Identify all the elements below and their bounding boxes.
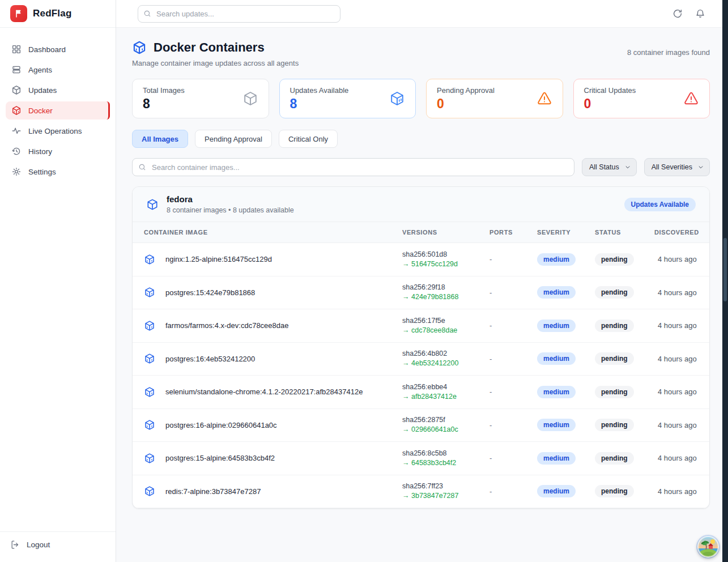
flag-icon bbox=[14, 9, 23, 18]
sidebar-item-dashboard[interactable]: Dashboard bbox=[6, 40, 110, 58]
container-icon bbox=[144, 486, 155, 497]
docker-containers-icon bbox=[132, 40, 147, 55]
status-cell: pending bbox=[595, 286, 654, 299]
arrow-icon: → bbox=[402, 425, 410, 433]
severity-badge: medium bbox=[537, 386, 576, 398]
discovered-cell: 4 hours ago bbox=[654, 421, 709, 429]
stat-value: 8 bbox=[290, 96, 349, 112]
severity-filter-value: All Severities bbox=[652, 163, 692, 171]
table-row[interactable]: farmos/farmos:4.x-dev:cdc78cee8dae sha25… bbox=[133, 309, 709, 343]
severity-badge: medium bbox=[537, 452, 576, 465]
global-search-input[interactable] bbox=[138, 5, 340, 23]
island-widget-button[interactable] bbox=[697, 536, 719, 557]
stat-card-pending-approval: Pending Approval 0 bbox=[426, 79, 563, 118]
image-name: postgres:15-alpine:64583b3cb4f2 bbox=[165, 454, 275, 462]
page-title: Docker Containers bbox=[154, 40, 265, 55]
container-image-cell: postgres:15-alpine:64583b3cb4f2 bbox=[144, 453, 402, 464]
logout-button[interactable]: Logout bbox=[10, 540, 105, 550]
sidebar-item-label: Live Operations bbox=[28, 127, 82, 135]
table-row[interactable]: redis:7-alpine:3b73847e7287 sha256:7ff23… bbox=[133, 475, 709, 509]
history-icon bbox=[11, 146, 22, 156]
ports-cell: - bbox=[489, 288, 537, 297]
column-header-ports: Ports bbox=[489, 229, 537, 236]
sidebar-item-live-operations[interactable]: Live Operations bbox=[6, 122, 110, 140]
gear-icon bbox=[11, 167, 22, 177]
table-row[interactable]: postgres:15-alpine:64583b3cb4f2 sha256:8… bbox=[133, 442, 709, 475]
tab-pending-approval[interactable]: Pending Approval bbox=[195, 130, 272, 148]
table-row[interactable]: selenium/standalone-chrome:4.1.2-2022021… bbox=[133, 376, 709, 409]
stat-label: Critical Updates bbox=[584, 86, 636, 95]
brand-name: RedFlag bbox=[33, 8, 71, 19]
stat-label: Total Images bbox=[143, 86, 185, 95]
table-row[interactable]: postgres:16:4eb532412200 sha256:4b802 → … bbox=[133, 343, 709, 376]
versions-cell: sha256:2875f → 029660641a0c bbox=[402, 415, 489, 435]
group-name: fedora bbox=[167, 194, 294, 204]
search-icon bbox=[138, 163, 146, 171]
agents-icon bbox=[11, 65, 22, 75]
refresh-icon[interactable] bbox=[672, 8, 683, 19]
current-version: sha256:ebbe4 bbox=[402, 382, 489, 392]
ports-cell: - bbox=[489, 454, 537, 462]
sidebar-item-updates[interactable]: Updates bbox=[6, 81, 110, 99]
page-subtitle: Manage container image updates across al… bbox=[132, 59, 299, 67]
sidebar-item-agents[interactable]: Agents bbox=[6, 61, 110, 79]
table-row[interactable]: nginx:1.25-alpine:516475cc129d sha256:50… bbox=[133, 243, 709, 276]
tab-critical-only[interactable]: Critical Only bbox=[279, 130, 338, 148]
chevron-down-icon bbox=[698, 164, 704, 170]
ports-cell: - bbox=[489, 321, 537, 330]
sidebar-footer: Logout bbox=[0, 531, 116, 562]
scrollbar-thumb[interactable] bbox=[723, 238, 727, 301]
severity-badge: medium bbox=[537, 419, 576, 431]
group-header-fedora[interactable]: fedora 8 container images • 8 updates av… bbox=[133, 187, 709, 222]
container-images-card: fedora 8 container images • 8 updates av… bbox=[132, 186, 710, 509]
status-badge: pending bbox=[595, 386, 634, 398]
severity-cell: medium bbox=[537, 253, 595, 266]
sidebar-item-history[interactable]: History bbox=[6, 142, 110, 160]
new-version-value: 3b73847e7287 bbox=[411, 492, 458, 500]
container-icon bbox=[144, 386, 155, 398]
container-image-cell: postgres:16-alpine:029660641a0c bbox=[144, 419, 402, 431]
new-version: → 029660641a0c bbox=[402, 425, 489, 435]
severity-badge: medium bbox=[537, 352, 576, 365]
page-scrollbar[interactable] bbox=[722, 0, 728, 562]
versions-cell: sha256:8c5b8 → 64583b3cb4f2 bbox=[402, 449, 489, 468]
image-search-input[interactable] bbox=[132, 158, 574, 176]
new-version: → 424e79b81868 bbox=[402, 292, 489, 302]
updates-available-badge: Updates Available bbox=[624, 198, 696, 211]
new-version: → 64583b3cb4f2 bbox=[402, 458, 489, 468]
new-version: → 4eb532412200 bbox=[402, 359, 489, 368]
package-icon bbox=[11, 85, 22, 95]
status-badge: pending bbox=[595, 419, 634, 431]
sidebar-item-docker[interactable]: Docker bbox=[6, 101, 110, 120]
severity-badge: medium bbox=[537, 253, 576, 266]
severity-filter-select[interactable]: All Severities bbox=[644, 158, 710, 176]
status-filter-select[interactable]: All Status bbox=[582, 158, 637, 176]
container-image-cell: postgres:16:4eb532412200 bbox=[144, 353, 402, 364]
discovered-cell: 4 hours ago bbox=[654, 288, 709, 297]
new-version-value: cdc78cee8dae bbox=[411, 326, 457, 334]
filter-tabs: All Images Pending Approval Critical Onl… bbox=[132, 130, 710, 148]
tab-all-images[interactable]: All Images bbox=[132, 130, 188, 148]
severity-cell: medium bbox=[537, 352, 595, 365]
severity-cell: medium bbox=[537, 386, 595, 398]
image-search bbox=[132, 158, 574, 176]
discovered-cell: 4 hours ago bbox=[654, 388, 709, 396]
topbar-actions bbox=[672, 8, 705, 19]
severity-cell: medium bbox=[537, 419, 595, 431]
bell-icon[interactable] bbox=[695, 8, 705, 19]
new-version-value: 029660641a0c bbox=[411, 425, 458, 433]
search-icon bbox=[143, 10, 151, 18]
ports-cell: - bbox=[489, 355, 537, 363]
table-body: nginx:1.25-alpine:516475cc129d sha256:50… bbox=[133, 243, 709, 508]
arrow-icon: → bbox=[402, 359, 410, 367]
status-cell: pending bbox=[595, 386, 654, 398]
current-version: sha256:2875f bbox=[402, 415, 489, 425]
table-row[interactable]: postgres:16-alpine:029660641a0c sha256:2… bbox=[133, 409, 709, 442]
sidebar-item-settings[interactable]: Settings bbox=[6, 163, 110, 181]
table-row[interactable]: postgres:15:424e79b81868 sha256:29f18 → … bbox=[133, 276, 709, 310]
discovered-cell: 4 hours ago bbox=[654, 454, 709, 462]
ports-cell: - bbox=[489, 421, 537, 429]
versions-cell: sha256:29f18 → 424e79b81868 bbox=[402, 283, 489, 302]
discovered-cell: 4 hours ago bbox=[654, 255, 709, 263]
package-icon bbox=[242, 91, 258, 107]
